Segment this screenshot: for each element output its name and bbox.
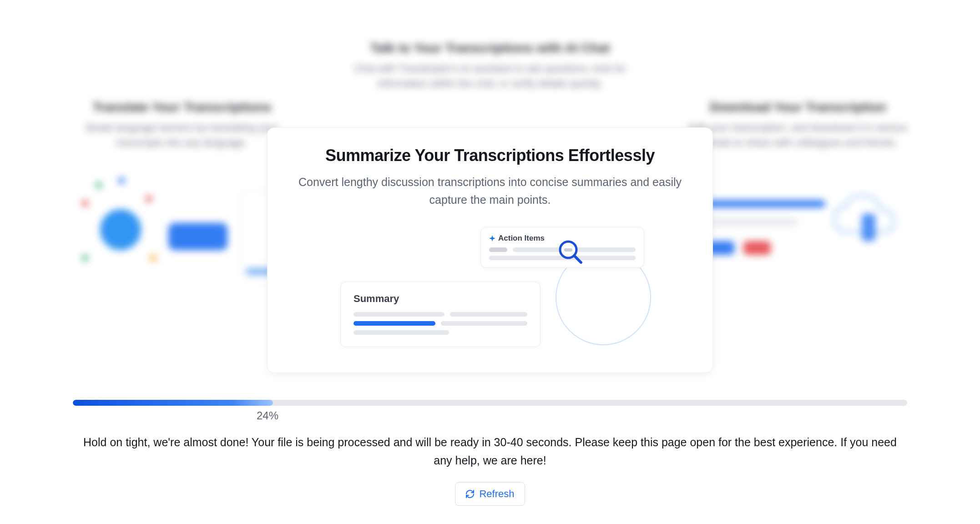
translate-illustration [64,164,300,291]
decorative-dot [96,182,102,188]
summary-panel: Summary [340,282,541,347]
action-items-label: Action Items [498,234,545,243]
decorative-dot [150,255,157,261]
decorative-dot [82,255,88,261]
feature-card-ai-chat: Talk to Your Transcriptions with AI Chat… [313,23,667,109]
refresh-label: Refresh [479,488,514,500]
refresh-icon [465,489,475,499]
cloud-icon [830,191,903,250]
svg-rect-0 [862,214,875,241]
line-shape [707,218,798,226]
decorative-dot [146,196,152,202]
svg-rect-3 [564,248,572,252]
svg-line-2 [574,256,581,262]
card-title: Translate Your Transcriptions [64,100,300,115]
magnifier-icon [557,239,583,264]
translate-button-shape [168,223,227,250]
progress-fill [73,400,273,406]
card-subtitle: Convert lengthy discussion transcription… [290,173,690,209]
feature-card-summarize: Summarize Your Transcriptions Effortless… [267,127,713,373]
summary-label: Summary [354,293,527,305]
decorative-dot [118,177,125,184]
card-subtitle: Break language barriers by translating y… [64,120,300,150]
line-shape [707,200,825,207]
card-title: Summarize Your Transcriptions Effortless… [290,146,690,165]
progress-bar [73,400,907,406]
feature-carousel: Talk to Your Transcriptions with AI Chat… [0,0,980,396]
card-title: Download Your Transcription [680,100,916,115]
progress-message: Hold on tight, we're almost done! Your f… [81,433,899,469]
globe-icon [100,209,141,250]
download-illustration [680,164,916,291]
summarize-illustration: Action Items Summary [290,227,690,354]
card-subtitle: Edit your transcription, and download it… [680,120,916,150]
progress-percent: 24% [257,409,907,422]
decorative-dot [82,200,88,207]
pill-shape [743,241,771,255]
sparkle-icon [489,235,495,242]
progress-section: 24% Hold on tight, we're almost done! Yo… [0,386,980,524]
refresh-button[interactable]: Refresh [455,482,525,506]
card-title: Talk to Your Transcriptions with AI Chat [335,41,645,55]
card-subtitle: Chat with Transkriptor's AI assistant to… [335,61,645,91]
